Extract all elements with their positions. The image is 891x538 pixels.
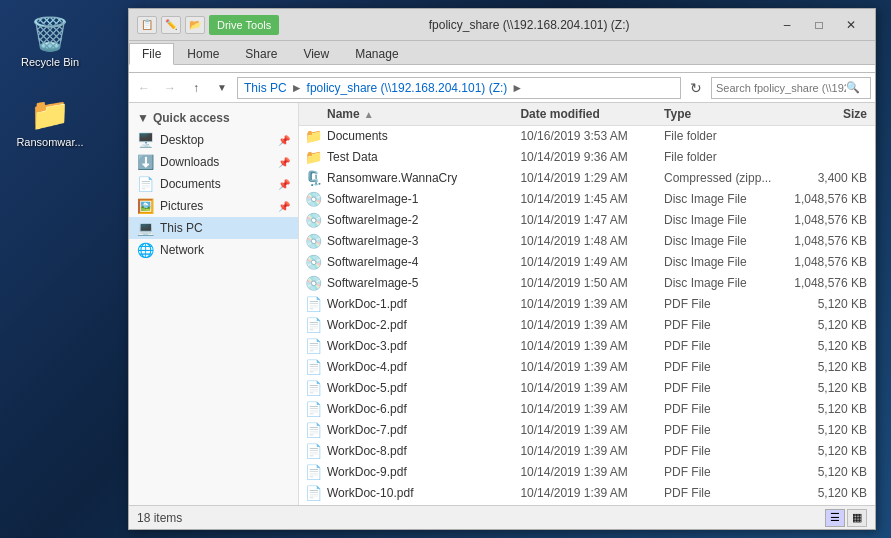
- table-row[interactable]: 📄 WorkDoc-4.pdf 10/14/2019 1:39 AM PDF F…: [299, 357, 875, 378]
- file-size: 1,048,576 KB: [788, 255, 875, 269]
- header-date[interactable]: Date modified: [520, 107, 664, 121]
- network-nav-icon: 🌐: [137, 242, 154, 258]
- path-separator-1: ►: [291, 81, 303, 95]
- table-row[interactable]: 📄 WorkDoc-1.pdf 10/14/2019 1:39 AM PDF F…: [299, 294, 875, 315]
- this-pc-nav-label: This PC: [160, 221, 290, 235]
- downloads-pin-icon: 📌: [278, 157, 290, 168]
- file-type: PDF File: [664, 297, 788, 311]
- tiles-view-button[interactable]: ▦: [847, 509, 867, 527]
- sidebar-item-pictures[interactable]: 🖼️ Pictures 📌: [129, 195, 298, 217]
- address-path[interactable]: This PC ► fpolicy_share (\\192.168.204.1…: [237, 77, 681, 99]
- file-icon: 📄: [299, 443, 327, 459]
- sidebar-item-documents[interactable]: 📄 Documents 📌: [129, 173, 298, 195]
- table-row[interactable]: 💿 SoftwareImage-5 10/14/2019 1:50 AM Dis…: [299, 273, 875, 294]
- quick-access-header[interactable]: ▼ Quick access: [129, 107, 298, 129]
- navigation-pane: ▼ Quick access 🖥️ Desktop 📌 ⬇️ Downloads…: [129, 103, 299, 505]
- file-size: 5,120 KB: [788, 381, 875, 395]
- file-name: WorkDoc-8.pdf: [327, 444, 520, 458]
- table-row[interactable]: 📄 WorkDoc-10.pdf 10/14/2019 1:39 AM PDF …: [299, 483, 875, 504]
- maximize-button[interactable]: □: [803, 9, 835, 41]
- file-name: WorkDoc-1.pdf: [327, 297, 520, 311]
- ribbon-content: [129, 65, 875, 73]
- back-button[interactable]: ←: [133, 77, 155, 99]
- search-input[interactable]: [716, 82, 846, 94]
- file-name: WorkDoc-4.pdf: [327, 360, 520, 374]
- search-icon: 🔍: [846, 81, 860, 94]
- up-button[interactable]: ↑: [185, 77, 207, 99]
- file-name: WorkDoc-6.pdf: [327, 402, 520, 416]
- ransomware-icon[interactable]: 📁 Ransomwar...: [14, 90, 86, 152]
- refresh-button[interactable]: ↻: [685, 77, 707, 99]
- tab-manage[interactable]: Manage: [342, 43, 411, 64]
- file-name: SoftwareImage-5: [327, 276, 520, 290]
- drive-tools-button[interactable]: Drive Tools: [209, 15, 279, 35]
- file-size: 5,120 KB: [788, 486, 875, 500]
- sidebar-item-network[interactable]: 🌐 Network: [129, 239, 298, 261]
- search-box[interactable]: 🔍: [711, 77, 871, 99]
- file-date: 10/14/2019 1:29 AM: [520, 171, 664, 185]
- path-fpolicy[interactable]: fpolicy_share (\\192.168.204.101) (Z:): [307, 81, 508, 95]
- ribbon-tabs: File Home Share View Manage: [129, 41, 875, 65]
- tab-view[interactable]: View: [290, 43, 342, 64]
- file-type: PDF File: [664, 444, 788, 458]
- qat-icon-2[interactable]: ✏️: [161, 16, 181, 34]
- address-bar: ← → ↑ ▼ This PC ► fpolicy_share (\\192.1…: [129, 73, 875, 103]
- table-row[interactable]: 📁 Documents 10/16/2019 3:53 AM File fold…: [299, 126, 875, 147]
- file-icon: 📄: [299, 359, 327, 375]
- table-row[interactable]: 📄 WorkDoc-7.pdf 10/14/2019 1:39 AM PDF F…: [299, 420, 875, 441]
- recent-locations-button[interactable]: ▼: [211, 77, 233, 99]
- file-size: 5,120 KB: [788, 318, 875, 332]
- path-separator-2: ►: [511, 81, 523, 95]
- header-size[interactable]: Size: [788, 107, 875, 121]
- file-date: 10/14/2019 1:39 AM: [520, 381, 664, 395]
- file-name: Test Data: [327, 150, 520, 164]
- table-row[interactable]: 💿 SoftwareImage-3 10/14/2019 1:48 AM Dis…: [299, 231, 875, 252]
- sidebar-item-downloads[interactable]: ⬇️ Downloads 📌: [129, 151, 298, 173]
- desktop-nav-icon: 🖥️: [137, 132, 154, 148]
- details-view-button[interactable]: ☰: [825, 509, 845, 527]
- qat-icon-3[interactable]: 📂: [185, 16, 205, 34]
- forward-button[interactable]: →: [159, 77, 181, 99]
- file-size: 5,120 KB: [788, 402, 875, 416]
- file-icon: 💿: [299, 254, 327, 270]
- table-row[interactable]: 💿 SoftwareImage-1 10/14/2019 1:45 AM Dis…: [299, 189, 875, 210]
- tab-file[interactable]: File: [129, 43, 174, 65]
- header-name[interactable]: Name ▲: [299, 107, 520, 121]
- file-date: 10/14/2019 1:48 AM: [520, 234, 664, 248]
- table-row[interactable]: 📄 WorkDoc-3.pdf 10/14/2019 1:39 AM PDF F…: [299, 336, 875, 357]
- recycle-bin-icon[interactable]: 🗑️ Recycle Bin: [14, 10, 86, 72]
- tab-home[interactable]: Home: [174, 43, 232, 64]
- tab-share[interactable]: Share: [232, 43, 290, 64]
- file-type: PDF File: [664, 339, 788, 353]
- file-icon: 💿: [299, 191, 327, 207]
- table-row[interactable]: 📄 WorkDoc-5.pdf 10/14/2019 1:39 AM PDF F…: [299, 378, 875, 399]
- qat-icon-1[interactable]: 📋: [137, 16, 157, 34]
- file-date: 10/14/2019 1:45 AM: [520, 192, 664, 206]
- quick-access-label: Quick access: [153, 111, 230, 125]
- main-layout: ▼ Quick access 🖥️ Desktop 📌 ⬇️ Downloads…: [129, 103, 875, 505]
- header-type[interactable]: Type: [664, 107, 788, 121]
- file-rows-container: 📁 Documents 10/16/2019 3:53 AM File fold…: [299, 126, 875, 504]
- this-pc-nav-icon: 💻: [137, 220, 154, 236]
- documents-nav-label: Documents: [160, 177, 272, 191]
- file-name: WorkDoc-9.pdf: [327, 465, 520, 479]
- file-icon: 📄: [299, 317, 327, 333]
- table-row[interactable]: 📄 WorkDoc-2.pdf 10/14/2019 1:39 AM PDF F…: [299, 315, 875, 336]
- close-button[interactable]: ✕: [835, 9, 867, 41]
- sidebar-item-this-pc[interactable]: 💻 This PC: [129, 217, 298, 239]
- path-this-pc[interactable]: This PC: [244, 81, 287, 95]
- table-row[interactable]: 🗜️ Ransomware.WannaCry 10/14/2019 1:29 A…: [299, 168, 875, 189]
- file-icon: 💿: [299, 275, 327, 291]
- file-icon: 📄: [299, 380, 327, 396]
- sidebar-item-desktop[interactable]: 🖥️ Desktop 📌: [129, 129, 298, 151]
- file-icon: 📁: [299, 149, 327, 165]
- table-row[interactable]: 💿 SoftwareImage-2 10/14/2019 1:47 AM Dis…: [299, 210, 875, 231]
- table-row[interactable]: 📄 WorkDoc-6.pdf 10/14/2019 1:39 AM PDF F…: [299, 399, 875, 420]
- table-row[interactable]: 📄 WorkDoc-9.pdf 10/14/2019 1:39 AM PDF F…: [299, 462, 875, 483]
- window-title: fpolicy_share (\\192.168.204.101) (Z:): [287, 18, 771, 32]
- file-type: PDF File: [664, 381, 788, 395]
- table-row[interactable]: 📁 Test Data 10/14/2019 9:36 AM File fold…: [299, 147, 875, 168]
- table-row[interactable]: 📄 WorkDoc-8.pdf 10/14/2019 1:39 AM PDF F…: [299, 441, 875, 462]
- table-row[interactable]: 💿 SoftwareImage-4 10/14/2019 1:49 AM Dis…: [299, 252, 875, 273]
- minimize-button[interactable]: –: [771, 9, 803, 41]
